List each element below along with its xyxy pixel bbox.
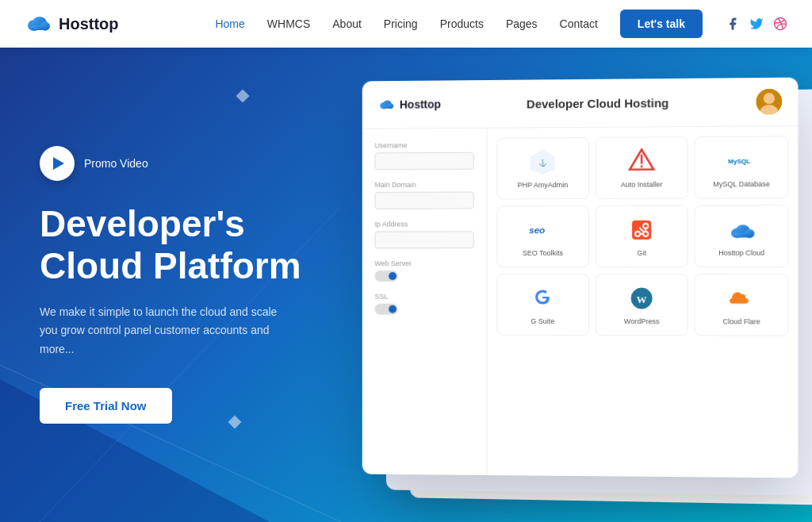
git-icon xyxy=(627,216,656,244)
svg-text:seo: seo xyxy=(529,225,545,235)
dashboard-mockup: Hosttop Developer Cloud Hosting Username xyxy=(360,79,812,492)
hero-title: Developer's Cloud Platform xyxy=(40,203,301,287)
dashboard-card: Hosttop Developer Cloud Hosting Username xyxy=(362,78,799,478)
form-field-webserver: Web Server xyxy=(374,259,473,282)
hero-description: We make it simple to launch the cloud an… xyxy=(40,303,285,359)
grid-row-3: G Suite W WordPress xyxy=(496,274,788,336)
svg-rect-31 xyxy=(733,233,751,238)
free-trial-button[interactable]: Free Trial Now xyxy=(40,388,172,424)
dash-logo-text: Hosttop xyxy=(400,98,441,110)
grid-cell-wordpress: W WordPress xyxy=(596,274,688,336)
nav-pricing[interactable]: Pricing xyxy=(384,17,418,30)
grid-cell-cloudflare: Cloud Flare xyxy=(695,274,788,336)
grid-cell-auto: Auto Installer xyxy=(596,136,688,199)
twitter-icon[interactable] xyxy=(749,16,764,32)
facebook-icon[interactable] xyxy=(725,16,741,32)
wordpress-label: WordPress xyxy=(624,317,660,325)
php-label: PHP AmyAdmin xyxy=(518,181,569,189)
dashboard-header: Hosttop Developer Cloud Hosting xyxy=(362,78,799,129)
grid-cell-gsuite: G Suite xyxy=(496,274,588,336)
php-icon: ⚓ xyxy=(529,148,557,176)
dribbble-icon[interactable] xyxy=(772,16,788,32)
svg-point-18 xyxy=(641,165,643,167)
hosttop-cloud-label: Hosttop Cloud xyxy=(718,249,764,257)
dashboard-form: Username Main Domain Ip Address Web Serv… xyxy=(362,129,488,478)
nav-pages[interactable]: Pages xyxy=(506,17,538,30)
gsuite-label: G Suite xyxy=(530,317,554,325)
grid-cell-git: Git xyxy=(596,205,688,267)
svg-rect-3 xyxy=(30,25,48,30)
grid-row-2: seo SEO Toolkits xyxy=(496,205,788,267)
mysql-label: MySQL Database xyxy=(713,180,770,188)
form-field-username: Username xyxy=(374,141,473,170)
dashboard-avatar xyxy=(756,89,783,115)
hero-content: Promo Video Developer's Cloud Platform W… xyxy=(0,48,341,522)
grid-cell-seo: seo SEO Toolkits xyxy=(496,205,588,267)
promo-video[interactable]: Promo Video xyxy=(40,146,301,181)
svg-text:MySQL: MySQL xyxy=(728,158,750,165)
dashboard-body: Username Main Domain Ip Address Web Serv… xyxy=(362,126,799,478)
git-label: Git xyxy=(637,249,646,257)
form-field-ssl: SSL xyxy=(374,293,473,315)
nav-whmcs[interactable]: WHMCS xyxy=(267,17,310,30)
mysql-icon: MySQL xyxy=(727,147,756,175)
grid-cell-php: ⚓ PHP AmyAdmin xyxy=(496,137,588,199)
play-button[interactable] xyxy=(40,146,75,181)
dashboard-grid: ⚓ PHP AmyAdmin xyxy=(488,126,799,478)
logo-icon xyxy=(24,10,52,38)
cloudflare-icon xyxy=(727,284,756,313)
nav-about[interactable]: About xyxy=(332,17,362,30)
svg-rect-10 xyxy=(381,106,392,109)
svg-text:W: W xyxy=(637,294,647,305)
dash-logo: Hosttop xyxy=(377,95,441,113)
auto-installer-icon xyxy=(627,147,656,175)
dash-logo-icon xyxy=(377,96,395,113)
grid-row-1: ⚓ PHP AmyAdmin xyxy=(496,136,788,199)
nav-contact[interactable]: Contact xyxy=(560,17,598,30)
form-field-ip: Ip Address xyxy=(374,220,473,248)
hosttop-cloud-icon xyxy=(727,215,756,244)
lets-talk-button[interactable]: Let's talk xyxy=(620,10,703,38)
social-icons xyxy=(725,16,788,32)
navbar: Hosttop Home WHMCS About Pricing Product… xyxy=(0,0,812,48)
play-icon xyxy=(53,157,64,170)
seo-icon: seo xyxy=(529,216,557,244)
dashboard-title: Developer Cloud Hosting xyxy=(527,96,668,110)
auto-installer-label: Auto Installer xyxy=(621,181,663,189)
hero-section: Promo Video Developer's Cloud Platform W… xyxy=(0,48,812,522)
logo-text: Hosttop xyxy=(59,15,119,33)
promo-label: Promo Video xyxy=(84,157,148,170)
avatar-image xyxy=(756,89,783,115)
form-field-domain: Main Domain xyxy=(374,181,473,209)
svg-point-12 xyxy=(764,93,775,104)
seo-label: SEO Toolkits xyxy=(523,249,563,257)
logo[interactable]: Hosttop xyxy=(24,10,119,38)
grid-cell-hosttop: Hosttop Cloud xyxy=(695,205,788,267)
nav-products[interactable]: Products xyxy=(440,17,484,30)
svg-text:⚓: ⚓ xyxy=(538,159,547,168)
cloudflare-label: Cloud Flare xyxy=(722,317,760,325)
grid-cell-mysql: MySQL MySQL Database xyxy=(695,136,788,198)
nav-links: Home WHMCS About Pricing Products Pages … xyxy=(215,10,788,38)
nav-home[interactable]: Home xyxy=(215,17,244,30)
gsuite-icon xyxy=(529,284,557,313)
wordpress-icon: W xyxy=(627,284,656,313)
